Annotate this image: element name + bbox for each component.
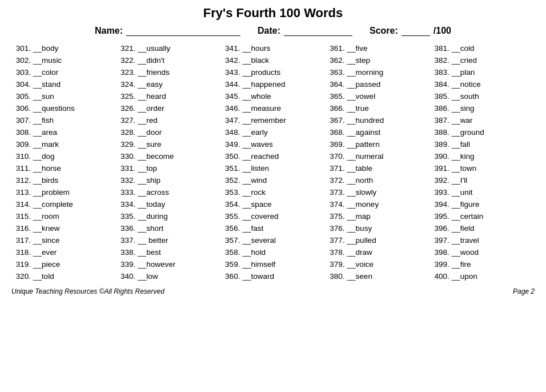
word-number: 310. — [13, 152, 31, 161]
word-text: __five — [347, 44, 368, 53]
word-number: 308. — [13, 128, 31, 137]
word-number: 323. — [117, 68, 135, 77]
word-number: 315. — [13, 212, 31, 221]
list-item: 383.__plan — [430, 67, 535, 78]
list-item: 368.__against — [326, 127, 430, 138]
list-item: 351.__listen — [220, 163, 325, 174]
word-number: 391. — [431, 164, 449, 173]
word-number: 385. — [431, 92, 449, 101]
word-number: 337. — [117, 236, 135, 245]
word-number: 374. — [327, 200, 345, 209]
word-number: 363. — [327, 68, 345, 77]
word-text: __toward — [242, 272, 274, 281]
copyright: Unique Teaching Resources ©All Rights Re… — [11, 287, 164, 295]
word-text: __table — [347, 164, 372, 173]
page-title: Fry's Fourth 100 Words — [11, 6, 535, 21]
word-number: 316. — [13, 224, 31, 233]
list-item: 361.__five — [326, 43, 430, 54]
list-item: 376.__busy — [326, 223, 430, 234]
word-text: __covered — [242, 212, 278, 221]
list-item: 318.__ever — [11, 247, 116, 258]
word-number: 350. — [222, 152, 240, 161]
list-item: 384.__notice — [430, 79, 535, 90]
word-number: 386. — [431, 104, 449, 113]
list-item: 327.__red — [116, 115, 220, 126]
word-text: __true — [347, 104, 369, 113]
word-text: __numeral — [347, 152, 384, 161]
list-item: 390.__king — [430, 151, 535, 162]
list-item: 347.__remember — [220, 115, 325, 126]
words-grid: 301.__body321.__usually341.__hours361.__… — [11, 43, 535, 282]
list-item: 325.__heard — [116, 91, 220, 102]
word-text: __wind — [242, 176, 267, 185]
word-text: __travel — [452, 236, 479, 245]
list-item: 345.__whole — [220, 91, 325, 102]
word-number: 320. — [13, 272, 31, 281]
word-number: 354. — [222, 200, 240, 209]
page-number: Page 2 — [513, 287, 535, 295]
list-item: 356.__fast — [220, 223, 325, 234]
word-number: 399. — [431, 260, 449, 269]
word-number: 387. — [431, 116, 449, 125]
word-text: __happened — [242, 80, 285, 89]
word-text: __certain — [452, 212, 484, 221]
word-text: __fall — [452, 140, 470, 149]
word-text: __step — [347, 56, 371, 65]
word-number: 329. — [117, 140, 135, 149]
word-text: __sing — [452, 104, 475, 113]
word-number: 306. — [13, 104, 31, 113]
list-item: 391.__town — [430, 163, 535, 174]
word-text: __color — [33, 68, 58, 77]
list-item: 350.__reached — [220, 151, 325, 162]
word-number: 400. — [431, 272, 449, 281]
word-text: __top — [138, 164, 157, 173]
word-text: __usually — [138, 44, 170, 53]
list-item: 398.__wood — [430, 247, 535, 258]
word-number: 301. — [13, 44, 31, 53]
word-text: __seen — [347, 272, 372, 281]
word-text: __across — [138, 188, 169, 197]
word-text: __complete — [33, 200, 73, 209]
word-number: 368. — [327, 128, 345, 137]
word-number: 302. — [13, 56, 31, 65]
word-number: 307. — [13, 116, 31, 125]
list-item: 386.__sing — [430, 103, 535, 114]
footer: Unique Teaching Resources ©All Rights Re… — [11, 287, 535, 295]
name-underline — [126, 25, 240, 36]
word-text: __ground — [452, 128, 484, 137]
word-number: 390. — [431, 152, 449, 161]
list-item: 349.__waves — [220, 139, 325, 150]
word-text: __dog — [33, 152, 55, 161]
word-number: 342. — [222, 56, 240, 65]
list-item: 377.__pulled — [326, 235, 430, 246]
word-number: 353. — [222, 188, 240, 197]
list-item: 393.__unit — [430, 187, 535, 198]
word-text: __against — [347, 128, 381, 137]
word-text: __pattern — [347, 140, 380, 149]
word-text: __himself — [242, 260, 275, 269]
word-number: 314. — [13, 200, 31, 209]
word-number: 332. — [117, 176, 135, 185]
word-number: 335. — [117, 212, 135, 221]
word-number: 345. — [222, 92, 240, 101]
list-item: 369.__pattern — [326, 139, 430, 150]
list-item: 324.__easy — [116, 79, 220, 90]
word-number: 325. — [117, 92, 135, 101]
word-text: __products — [242, 68, 280, 77]
word-text: __black — [242, 56, 269, 65]
list-item: 328.__door — [116, 127, 220, 138]
list-item: 305.__sun — [11, 91, 116, 102]
list-item: 310.__dog — [11, 151, 116, 162]
word-text: __cold — [452, 44, 475, 53]
word-number: 356. — [222, 224, 240, 233]
word-text: __birds — [33, 176, 58, 185]
word-number: 313. — [13, 188, 31, 197]
word-text: __fast — [242, 224, 263, 233]
word-number: 339. — [117, 260, 135, 269]
word-text: __north — [347, 176, 374, 185]
word-number: 389. — [431, 140, 449, 149]
word-number: 344. — [222, 80, 240, 89]
word-text: __busy — [347, 224, 372, 233]
score-suffix: /100 — [433, 26, 451, 36]
word-number: 371. — [327, 164, 345, 173]
